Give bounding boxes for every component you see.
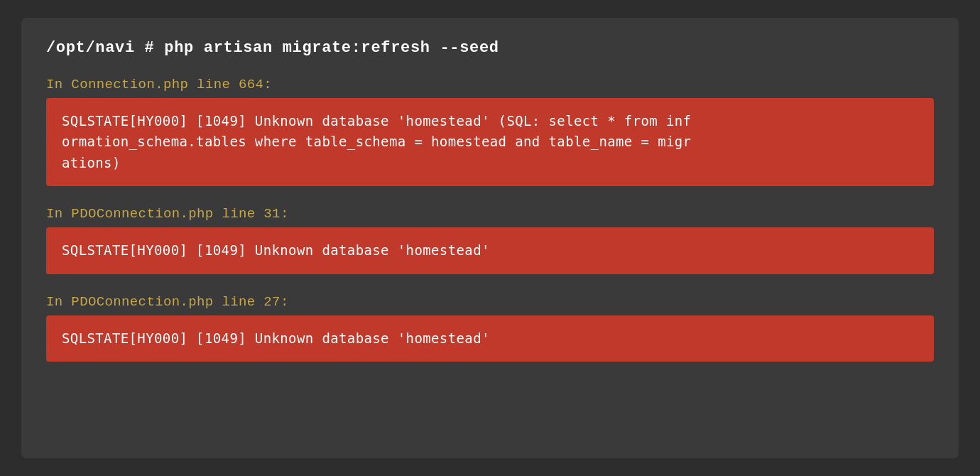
terminal-window: /opt/navi # php artisan migrate:refresh … bbox=[21, 18, 959, 458]
error-block-2: In PDOConnection.php line 31: SQLSTATE[H… bbox=[46, 206, 934, 274]
error-message-box-2: SQLSTATE[HY000] [1049] Unknown database … bbox=[46, 227, 934, 274]
error-message-box-3: SQLSTATE[HY000] [1049] Unknown database … bbox=[46, 315, 934, 362]
error-message-box-1: SQLSTATE[HY000] [1049] Unknown database … bbox=[46, 98, 934, 186]
command-line: /opt/navi # php artisan migrate:refresh … bbox=[46, 39, 934, 57]
error-message-text-1: SQLSTATE[HY000] [1049] Unknown database … bbox=[62, 111, 918, 173]
error-message-text-3: SQLSTATE[HY000] [1049] Unknown database … bbox=[62, 328, 918, 349]
error-message-text-2: SQLSTATE[HY000] [1049] Unknown database … bbox=[62, 240, 918, 261]
error-block-3: In PDOConnection.php line 27: SQLSTATE[H… bbox=[46, 294, 934, 362]
file-line-3: In PDOConnection.php line 27: bbox=[46, 294, 934, 310]
file-line-2: In PDOConnection.php line 31: bbox=[46, 206, 934, 222]
error-block-1: In Connection.php line 664: SQLSTATE[HY0… bbox=[46, 77, 934, 186]
file-line-1: In Connection.php line 664: bbox=[46, 77, 934, 92]
